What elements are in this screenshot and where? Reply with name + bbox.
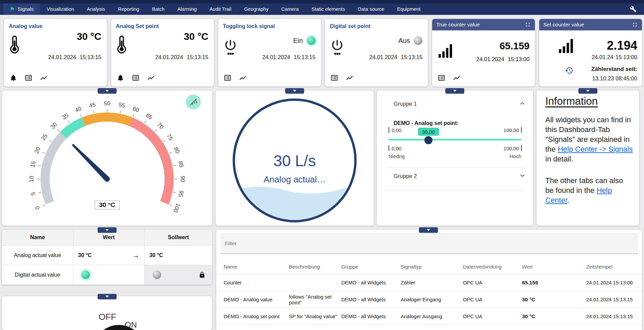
- tab-label: Equipment: [397, 6, 420, 12]
- gauge-tick-label: 5: [30, 192, 36, 196]
- gauge-tick-label: 25: [40, 133, 49, 142]
- analog-value: 30 °C: [77, 31, 101, 42]
- state-label: Aus: [398, 37, 410, 45]
- divider: [385, 168, 525, 168]
- trend-icon[interactable]: [147, 74, 155, 82]
- list-icon[interactable]: [132, 74, 140, 82]
- slider-track[interactable]: [389, 139, 521, 141]
- chevron-up-icon[interactable]: [518, 99, 526, 107]
- counter-value: 65.159: [499, 41, 529, 52]
- collapse-button[interactable]: [98, 88, 117, 94]
- chevron-down-icon[interactable]: [518, 172, 526, 180]
- gauge-tick-label: 95: [177, 190, 185, 197]
- limit-min-text: Niedrig: [389, 153, 405, 159]
- trend-icon[interactable]: [453, 74, 461, 82]
- collapse-button[interactable]: [578, 88, 597, 94]
- cell-wert: 30 °C: [522, 297, 586, 303]
- fullscreen-icon[interactable]: [632, 22, 638, 28]
- column-header-datenverbindung[interactable]: Datenverbindung: [463, 264, 522, 270]
- column-header-wert[interactable]: Wert: [522, 264, 586, 270]
- cell-name: DEMO - Analog set point: [224, 313, 289, 319]
- list-icon[interactable]: [438, 74, 445, 82]
- tab-alarming[interactable]: Alarming: [171, 3, 203, 15]
- indicator-off: [153, 271, 161, 279]
- tab-audit-trail[interactable]: Audit Trail: [203, 3, 238, 15]
- history-icon[interactable]: [565, 66, 573, 75]
- card-true-counter: True counter value 65.159 24.01.2024 15:…: [432, 19, 535, 86]
- collapse-button[interactable]: [98, 294, 117, 299]
- column-header-gruppe[interactable]: Gruppe: [341, 264, 401, 270]
- group2-header[interactable]: Gruppe 2: [394, 173, 417, 179]
- tab-geography[interactable]: Geography: [238, 3, 275, 15]
- list-icon[interactable]: [224, 74, 231, 82]
- bell-icon[interactable]: [117, 74, 124, 82]
- trend-icon[interactable]: [40, 74, 48, 82]
- collapse-button[interactable]: [445, 88, 464, 94]
- power-icon: [330, 38, 344, 56]
- gauge-band: [82, 112, 133, 126]
- gauge-tick-label: 45: [89, 101, 96, 109]
- tab-analysis[interactable]: Analysis: [80, 3, 112, 15]
- switch-off-label: OFF: [93, 312, 122, 322]
- card-actions: [330, 74, 353, 82]
- signal-table-body: CounterDEMO - all WidgetsZählerOPC UA65.…: [216, 274, 642, 330]
- power-icon: [224, 38, 237, 56]
- chevron-down-icon: [586, 90, 590, 92]
- tab-batch[interactable]: Batch: [146, 3, 171, 15]
- list-icon[interactable]: [25, 74, 32, 82]
- collapse-button[interactable]: [419, 227, 438, 233]
- column-header-beschreibung[interactable]: Beschreibung: [289, 264, 341, 270]
- cell-wert: 65.159: [522, 280, 586, 286]
- col-sollwert: Sollwert: [145, 230, 212, 246]
- list-icon[interactable]: [330, 74, 338, 82]
- card-title: Analog Set point: [116, 23, 159, 29]
- scale-tick: [389, 127, 389, 133]
- timestamp: 24.01.2024 15:13:00: [476, 56, 529, 62]
- slider-thumb[interactable]: [424, 136, 432, 144]
- column-header-name[interactable]: Name: [224, 264, 289, 270]
- gauge-widget: 0510152025303540455055606570758085909510…: [2, 91, 212, 226]
- gauge-tick-label: 85: [177, 160, 185, 168]
- trend-icon[interactable]: [239, 74, 247, 82]
- collapse-button[interactable]: [285, 88, 304, 94]
- filter-input[interactable]: [220, 233, 638, 254]
- signal-row[interactable]: DEMO - Analog valuefollows "Analog set p…: [216, 291, 642, 308]
- column-header-zeitstempel[interactable]: Zeitstempel: [586, 264, 642, 270]
- info-text: in detail.: [545, 155, 573, 163]
- tank-graphic: 30 L/s Analog actual…: [216, 91, 374, 226]
- tab-data-source[interactable]: Data source: [351, 3, 391, 15]
- signal-row[interactable]: DEMO - Analog set pointSP for "Analog va…: [216, 308, 642, 325]
- cell-datenverbindung: OPC UA: [463, 280, 522, 285]
- thermometer-icon: [117, 34, 127, 54]
- tab-signals[interactable]: ⚑Signals: [3, 3, 40, 15]
- tab-static-elements[interactable]: Static elements: [305, 3, 351, 15]
- tab-label: Batch: [152, 6, 165, 12]
- tab-visualization[interactable]: Visualization: [40, 3, 80, 15]
- chevron-down-icon: [105, 229, 109, 231]
- cell-zeitstempel: 24.01.2024 15:13:15: [586, 297, 642, 302]
- col-name: Name: [2, 230, 73, 246]
- tab-equipment[interactable]: Equipment: [391, 3, 427, 15]
- group1-header[interactable]: Gruppe 1: [394, 101, 417, 107]
- gauge-tick-label: 50: [104, 100, 110, 107]
- signal-row[interactable]: Hinterlegter SetpointAnalog SP, 10°C Tes…: [216, 325, 642, 330]
- tab-camera[interactable]: Camera: [275, 3, 305, 15]
- collapse-button[interactable]: [98, 227, 117, 233]
- help-center-link[interactable]: Help Center -> Signals: [558, 145, 633, 153]
- chevron-down-icon: [453, 90, 456, 92]
- fullscreen-icon[interactable]: [525, 22, 531, 28]
- trend-icon[interactable]: [346, 74, 353, 82]
- bell-icon[interactable]: [9, 74, 17, 82]
- signal-table-header: NameBeschreibungGruppeSignaltypDatenverb…: [216, 259, 642, 274]
- gauge-tick-label: 20: [33, 146, 42, 154]
- gauge-tick-label: 55: [118, 101, 125, 109]
- limit-max: 100,00: [503, 146, 519, 151]
- column-header-signaltyp[interactable]: Signaltyp: [401, 264, 463, 270]
- tab-reporting[interactable]: Reporting: [112, 3, 146, 15]
- card-title: True counter value: [436, 22, 480, 28]
- gauge-tick-label: 70: [156, 121, 165, 130]
- signal-row[interactable]: CounterDEMO - all WidgetsZählerOPC UA65.…: [216, 274, 642, 291]
- cell-gruppe: DEMO - all Widgets: [341, 280, 401, 285]
- wrench-icon[interactable]: [630, 6, 637, 12]
- counter-since-label: Zählerstand seit:: [591, 66, 637, 73]
